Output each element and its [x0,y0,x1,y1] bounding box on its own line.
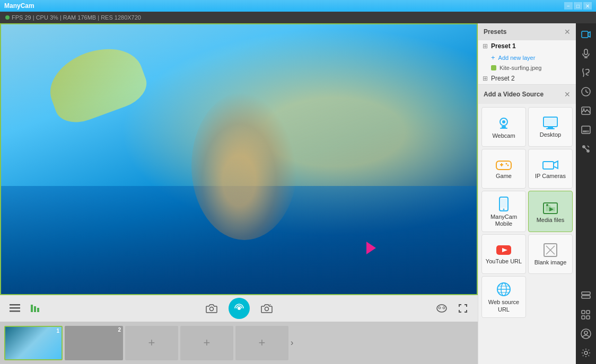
broadcast-button[interactable] [229,298,250,319]
camera-button[interactable] [203,300,220,317]
source-blank-button[interactable]: Blank image [528,234,573,274]
side-image-button[interactable] [577,102,595,120]
add-thumbnail-2[interactable]: + [180,326,233,360]
svg-point-31 [546,204,548,206]
svg-line-59 [588,146,589,147]
presets-close-button[interactable]: ✕ [564,28,571,36]
preset-2-item[interactable]: ⊞ Preset 2 [478,73,576,84]
status-indicator [5,15,10,20]
source-game-button[interactable]: Game [481,149,526,189]
svg-point-11 [443,307,445,309]
minimize-button[interactable]: − [564,2,573,10]
svg-rect-4 [34,306,36,312]
thumbnail-2-number: 2 [118,327,121,333]
controls-left [6,300,45,317]
preset-2-label: Preset 2 [491,75,515,82]
source-desktop-button[interactable]: Desktop [528,107,573,147]
svg-point-10 [439,307,441,309]
preset-1-label: Preset 1 [491,42,516,50]
fullscreen-button[interactable] [454,300,471,317]
svg-rect-22 [501,163,502,166]
kite-layer-item[interactable]: Kite-surfing.jpeg [478,63,576,73]
blank-icon [544,243,557,257]
snapshot-button[interactable] [258,300,275,317]
media-icon [543,201,558,215]
game-icon [496,159,512,171]
webcam-icon [496,116,511,130]
svg-point-9 [437,305,446,312]
svg-rect-28 [501,199,507,208]
video-source-title: Add a Video Source [484,91,544,98]
thumbnail-2[interactable]: 2 [65,326,123,360]
layer-color-indicator [491,65,496,70]
svg-point-29 [503,209,505,210]
desktop-icon [543,117,558,129]
side-script-button[interactable] [577,64,595,82]
svg-rect-15 [500,128,507,129]
svg-rect-62 [582,310,585,314]
svg-rect-0 [10,304,20,306]
thumbnail-next-button[interactable]: › [291,338,293,348]
video-background [1,24,477,294]
side-layers-button[interactable] [577,287,595,305]
mobile-icon [498,197,509,211]
mask-button[interactable] [433,300,450,317]
bars-button[interactable] [28,300,45,317]
svg-rect-19 [546,128,555,129]
add-thumbnail-3[interactable]: + [235,326,288,360]
svg-point-7 [238,307,241,310]
thumbnail-1-number: 1 [56,328,59,334]
preset-2-icon: ⊞ [483,75,488,82]
svg-rect-25 [543,162,554,169]
side-lowerthird-button[interactable] [577,121,595,139]
source-ipcam-button[interactable]: IP Cameras [528,149,573,189]
person-silhouette [191,92,297,240]
side-account-button[interactable] [577,325,595,343]
webcam-label: Webcam [492,132,515,139]
presets-title: Presets [484,28,506,35]
source-youtube-button[interactable]: YouTube URL [481,234,526,274]
source-media-button[interactable]: Media files [528,191,573,232]
side-audio-icon [582,49,590,58]
side-settings-button[interactable] [577,344,595,362]
thumbnail-1[interactable]: 1 [4,326,63,360]
svg-rect-17 [545,118,556,126]
source-web-button[interactable]: Web source URL [481,276,526,317]
svg-point-68 [584,351,588,354]
blank-label: Blank image [534,259,567,266]
video-preview [0,23,478,295]
add-thumbnail-1[interactable]: + [125,326,178,360]
side-toolbar [576,23,596,364]
youtube-icon [496,244,512,256]
svg-rect-64 [582,316,585,319]
video-source-close-button[interactable]: ✕ [564,90,571,99]
media-label: Media files [537,217,565,224]
side-image-icon [581,106,591,115]
side-grid-button[interactable] [577,306,595,324]
preset-1-item[interactable]: ⊞ Preset 1 [478,40,576,52]
side-audio-button[interactable] [577,45,595,63]
kite-layer-label: Kite-surfing.jpeg [499,65,542,71]
ipcam-icon [542,159,558,171]
preset-1-icon: ⊞ [483,42,488,50]
side-video-button[interactable] [577,25,595,43]
maximize-button[interactable]: □ [574,2,582,10]
svg-rect-2 [10,310,20,312]
source-webcam-button[interactable]: Webcam [481,107,526,147]
thumbnail-strip: 1 2 + + + › [0,322,478,364]
bars-icon [31,304,41,313]
youtube-label: YouTube URL [486,258,522,265]
side-settings-icon [581,348,591,358]
side-clock-button[interactable] [577,83,595,101]
close-button[interactable]: ✕ [583,2,592,10]
layers-button[interactable] [6,300,23,317]
mask-icon [436,304,448,313]
video-source-section: Add a Video Source ✕ Webcam [478,85,576,364]
snapshot-icon [261,304,273,313]
app-title: ManyCam [4,2,34,10]
svg-point-13 [502,120,505,123]
add-layer-item[interactable]: + Add new layer [478,52,576,63]
source-mobile-button[interactable]: ManyCam Mobile [481,191,526,232]
layers-icon [10,304,20,313]
side-effects-button[interactable] [577,140,595,158]
